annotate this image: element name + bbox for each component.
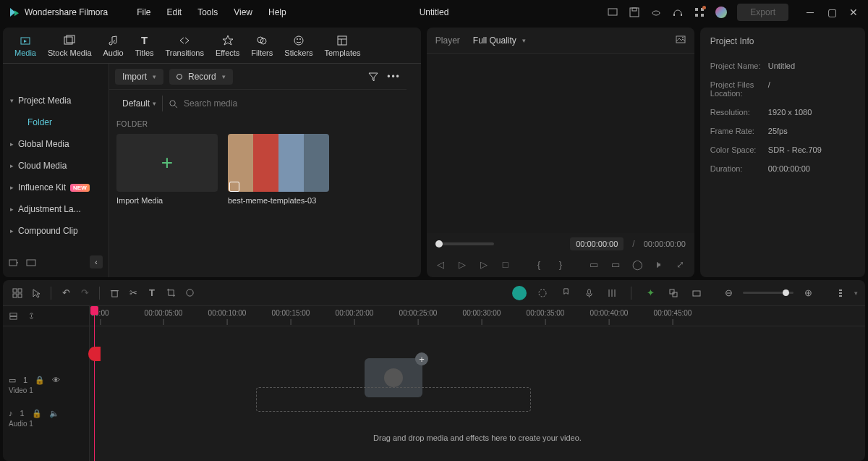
fullscreen-button[interactable]: ⤢	[676, 259, 686, 270]
filter-icon[interactable]	[368, 72, 378, 82]
prev-frame-button[interactable]: ◁	[435, 259, 446, 270]
timeline-ruler[interactable]: 00:00 00:00:05:00 00:00:10:00 00:00:15:0…	[90, 306, 865, 326]
tracks-icon[interactable]	[10, 286, 25, 300]
search-input[interactable]	[163, 96, 414, 111]
mark-out-button[interactable]: }	[556, 259, 566, 270]
tab-titles[interactable]: TTitles	[129, 31, 160, 60]
collapse-sidebar-button[interactable]: ‹	[90, 255, 103, 268]
apps-icon[interactable]	[694, 7, 705, 18]
camera-icon[interactable]: ◯	[632, 259, 642, 270]
tab-stickers[interactable]: Stickers	[278, 31, 318, 60]
text-button[interactable]: T	[145, 286, 159, 300]
sidebar-item-compound-clip[interactable]: ▸Compound Clip	[3, 220, 109, 242]
filmora-icon	[9, 7, 20, 18]
cloud-icon[interactable]	[650, 7, 662, 18]
import-dropdown[interactable]: Import▾	[115, 69, 163, 85]
display-button[interactable]: ▭	[610, 259, 621, 270]
eye-icon[interactable]: 👁	[52, 376, 60, 385]
tab-filters[interactable]: Filters	[245, 31, 278, 60]
layers-icon[interactable]	[9, 311, 18, 321]
quality-dropdown[interactable]: Full Quality▾	[473, 35, 526, 46]
preview-viewport[interactable]	[427, 54, 694, 233]
transitions-icon	[178, 34, 191, 47]
playhead[interactable]	[94, 306, 95, 461]
play-button[interactable]: ▷	[479, 259, 489, 270]
video-track-header[interactable]: ▭1🔒👁 Video 1	[3, 368, 89, 402]
minimize-button[interactable]: ─	[804, 7, 816, 18]
preview-panel: Player Full Quality▾ 00:00:00:00 / 00:00…	[427, 28, 694, 277]
split-button[interactable]: ✂	[126, 286, 140, 300]
color-button[interactable]	[182, 286, 197, 300]
media-icon	[19, 34, 32, 47]
sidebar-item-adjustment-layer[interactable]: ▸Adjustment La...	[3, 198, 109, 220]
voiceover-icon[interactable]	[582, 286, 596, 300]
delete-button[interactable]	[107, 286, 122, 300]
crop-button[interactable]	[163, 286, 178, 300]
view-mode-dropdown[interactable]: ▾	[838, 288, 858, 298]
magnetic-icon[interactable]: ✦	[643, 286, 658, 300]
folder-icon[interactable]	[26, 257, 36, 267]
speed-icon[interactable]	[535, 286, 550, 300]
lock-icon[interactable]: 🔒	[32, 409, 42, 418]
menu-help[interactable]: Help	[268, 7, 286, 17]
mark-in-button[interactable]: {	[534, 259, 544, 270]
app-logo: Wondershare Filmora	[9, 7, 108, 18]
sidebar-item-influence-kit[interactable]: ▸Influence KitNEW	[3, 177, 109, 198]
screen-icon[interactable]	[607, 7, 618, 18]
zoom-slider[interactable]	[743, 292, 793, 294]
play-back-button[interactable]: ▷	[457, 259, 467, 270]
svg-point-16	[294, 36, 303, 45]
link-icon[interactable]	[666, 286, 681, 300]
tab-effects[interactable]: Effects	[210, 31, 245, 60]
snapshot-icon[interactable]	[676, 34, 686, 44]
mixer-icon[interactable]	[605, 286, 619, 300]
sidebar-item-folder[interactable]: Folder	[3, 111, 109, 133]
mute-icon[interactable]: 🔈	[49, 409, 59, 418]
audio-track-header[interactable]: ♪1🔒🔈 Audio 1	[3, 402, 89, 435]
save-icon[interactable]	[629, 7, 640, 18]
maximize-button[interactable]: ▢	[826, 7, 838, 18]
avatar-icon[interactable]	[715, 7, 727, 18]
menu-view[interactable]: View	[234, 7, 252, 17]
media-placeholder-icon	[384, 368, 403, 387]
media-item[interactable]: best-meme-templates-03	[228, 134, 329, 205]
timeline-canvas[interactable]: 00:00 00:00:05:00 00:00:10:00 00:00:15:0…	[90, 306, 865, 461]
marker-icon[interactable]	[558, 286, 573, 300]
import-media-card[interactable]: + Import Media	[116, 134, 218, 205]
menu-file[interactable]: File	[137, 7, 150, 17]
folder-add-icon[interactable]	[9, 257, 19, 267]
timeline-dropzone[interactable]	[256, 387, 531, 412]
link-tracks-icon[interactable]	[27, 311, 36, 321]
headphones-icon[interactable]	[672, 7, 684, 18]
undo-button[interactable]: ↶	[59, 286, 73, 300]
lock-icon[interactable]: 🔒	[35, 376, 45, 385]
preview-slider[interactable]	[435, 242, 494, 245]
sort-dropdown[interactable]: Default▾	[116, 96, 163, 111]
svg-rect-7	[701, 8, 704, 11]
redo-button[interactable]: ↷	[77, 286, 92, 300]
tab-audio[interactable]: Audio	[98, 31, 129, 60]
close-button[interactable]: ✕	[848, 7, 859, 18]
ratio-button[interactable]: ▭	[589, 259, 599, 270]
sidebar-item-global-media[interactable]: ▸Global Media	[3, 133, 109, 155]
zoom-in-button[interactable]: ⊕	[801, 286, 815, 300]
stop-button[interactable]: □	[501, 259, 511, 270]
sidebar-item-cloud-media[interactable]: ▸Cloud Media	[3, 155, 109, 177]
tab-media[interactable]: Media	[9, 31, 42, 60]
ai-smart-icon[interactable]	[512, 286, 527, 300]
mute-icon[interactable]: 🕨	[654, 259, 664, 270]
sidebar-item-project-media[interactable]: ▾Project Media	[3, 90, 109, 111]
svg-point-17	[297, 38, 298, 40]
cursor-icon[interactable]	[29, 286, 43, 300]
tab-transitions[interactable]: Transitions	[160, 31, 210, 60]
tab-stock-media[interactable]: Stock Media	[42, 31, 98, 60]
svg-rect-23	[27, 260, 35, 266]
zoom-out-button[interactable]: ⊖	[721, 286, 736, 300]
more-icon[interactable]: •••	[387, 72, 401, 82]
tab-templates[interactable]: Templates	[318, 31, 366, 60]
menu-tools[interactable]: Tools	[197, 7, 218, 17]
library-sidebar: ▾Project Media Folder ▸Global Media ▸Clo…	[3, 64, 109, 277]
keyframe-icon[interactable]	[689, 286, 704, 300]
record-dropdown[interactable]: Record▾	[169, 69, 233, 85]
menu-edit[interactable]: Edit	[167, 7, 182, 17]
